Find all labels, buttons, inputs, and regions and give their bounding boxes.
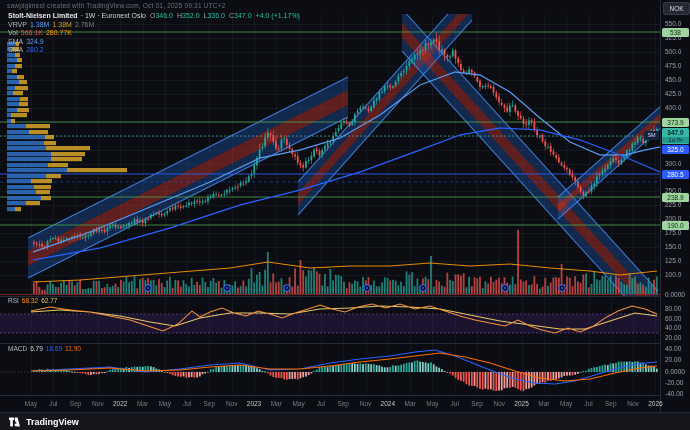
tradingview-logo-text: TradingView — [26, 417, 79, 427]
price-axis-label: 425.0 — [665, 91, 681, 98]
price-tag-190.0[interactable]: 190.0 — [662, 221, 689, 230]
price-axis[interactable]: NOK 550.0525.0500.0475.0450.0425.0400.03… — [660, 0, 690, 412]
ohlc-value: 352.0 — [182, 12, 200, 19]
indicator-name: VRVP — [8, 21, 27, 28]
watermark: sawpiglmest created with TradingView.com… — [7, 2, 225, 9]
sma-axis-mini-tag: SM — [644, 131, 659, 140]
chart-legend: Stolt-Nielsen Limited· 1W · Euronext Osl… — [8, 12, 300, 55]
time-axis-label: 2026 — [642, 400, 668, 407]
footer-bar: TradingView — [0, 412, 690, 430]
price-axis-label: 500.0 — [665, 49, 681, 56]
tradingview-logo[interactable]: TradingView — [9, 417, 79, 427]
ohlc-value: 336.0 — [207, 12, 225, 19]
macd-legend[interactable]: MACD6.7918.6911.90 — [8, 345, 84, 352]
currency-button[interactable]: NOK — [663, 2, 690, 15]
price-axis-label: 125.0 — [665, 258, 681, 265]
legend-value: 2.76M — [75, 21, 94, 28]
legend-value: 6.79 — [30, 345, 43, 352]
price-axis-label: 225.0 — [665, 202, 681, 209]
price-axis-label: 40.00 — [665, 325, 681, 332]
legend-row-vrvp[interactable]: VRVP1.38M1.38M2.76M — [8, 21, 300, 30]
legend-row-sma[interactable]: SMA324.9 — [8, 38, 300, 47]
price-axis-label: 80.00 — [665, 306, 681, 313]
price-axis-label: 40.00 — [665, 346, 681, 353]
price-axis-label: 0.0000 — [665, 369, 685, 376]
price-axis-label: 150.0 — [665, 244, 681, 251]
legend-row-sma[interactable]: SMA280.2 — [8, 46, 300, 55]
symbol-name[interactable]: Stolt-Nielsen Limited — [8, 12, 78, 19]
countdown-label: 1d 7h — [662, 137, 689, 143]
price-axis-label: 400.0 — [665, 105, 681, 112]
price-axis-label: 60.00 — [665, 316, 681, 323]
indicator-name: MACD — [8, 345, 27, 352]
price-tag-325.0[interactable]: 325.0 — [662, 145, 689, 154]
price-axis-label: -40.00 — [665, 391, 683, 398]
ohlc-value: 347.0 — [234, 12, 252, 19]
legend-value: 280.77K — [46, 29, 72, 36]
price-axis-label: 550.0 — [665, 21, 681, 28]
indicator-name: SMA — [8, 38, 23, 45]
legend-value: 1.38M — [52, 21, 71, 28]
ohlc-values: O346.0H352.0L336.0C347.0 — [146, 12, 252, 19]
time-axis[interactable]: MayJulSepNov2022MarMayJulSepNov2023MarMa… — [0, 395, 660, 413]
legend-value: 62.77 — [41, 297, 57, 304]
legend-value: 566.1K — [21, 29, 43, 36]
chart-canvas[interactable] — [0, 0, 690, 430]
legend-value: 68.32 — [22, 297, 38, 304]
tradingview-chart-window: sawpiglmest created with TradingView.com… — [0, 0, 690, 430]
legend-value: 324.9 — [26, 38, 44, 45]
indicator-name: Vol — [8, 29, 18, 36]
price-tag-280.5[interactable]: 280.5 — [662, 170, 689, 179]
symbol-meta: · 1W · Euronext Oslo — [81, 12, 146, 19]
price-axis-label: 20.00 — [665, 357, 681, 364]
price-tag-373.9[interactable]: 373.9 — [662, 118, 689, 127]
price-axis-label: 450.0 — [665, 77, 681, 84]
legend-value: 18.69 — [46, 345, 62, 352]
price-tag-347.0[interactable]: 347.01d 7h — [662, 128, 689, 144]
price-axis-label: 0.0000 — [665, 292, 685, 299]
price-axis-label: 20.00 — [665, 335, 681, 342]
price-axis-label: 100.0 — [665, 272, 681, 279]
price-tag-238.9[interactable]: 238.9 — [662, 193, 689, 202]
indicator-name: SMA — [8, 46, 23, 53]
ohlc-value: 346.0 — [155, 12, 173, 19]
price-axis-label: -20.00 — [665, 380, 683, 387]
price-axis-label: 475.0 — [665, 63, 681, 70]
price-axis-label: 300.0 — [665, 161, 681, 168]
price-tag-538[interactable]: 538 — [662, 28, 689, 37]
symbol-row[interactable]: Stolt-Nielsen Limited· 1W · Euronext Osl… — [8, 12, 300, 21]
legend-value: 1.38M — [30, 21, 49, 28]
tradingview-logo-icon — [9, 417, 22, 427]
legend-row-vol[interactable]: Vol566.1K280.77K — [8, 29, 300, 38]
change-value: +4.0 (+1.17%) — [256, 12, 300, 19]
legend-value: 11.90 — [65, 345, 81, 352]
legend-value: 280.2 — [26, 46, 44, 53]
indicator-name: RSI — [8, 297, 19, 304]
price-axis-label: 175.0 — [665, 230, 681, 237]
rsi-legend[interactable]: RSI68.3262.77 — [8, 297, 60, 304]
